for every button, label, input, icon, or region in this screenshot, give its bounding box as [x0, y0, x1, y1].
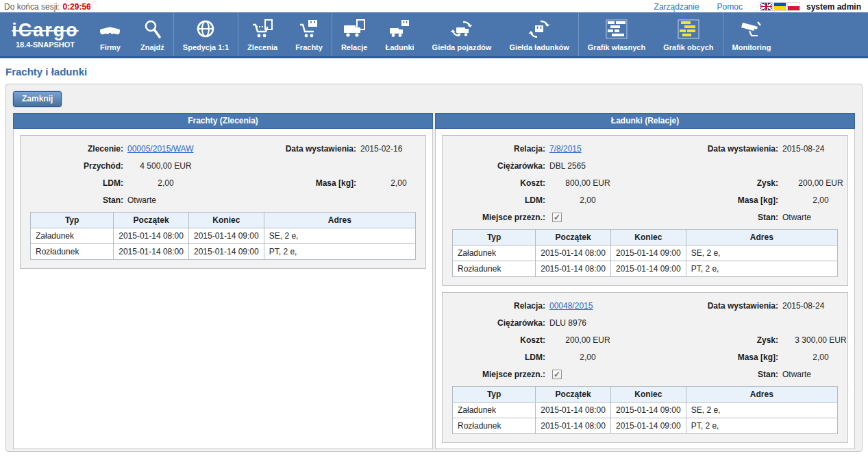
manage-link[interactable]: Zarządzanie: [654, 2, 699, 12]
nav-label: Frachty: [295, 43, 323, 51]
nav-item-frachty[interactable]: Frachty: [286, 12, 332, 56]
nav-label: Relacje: [341, 43, 368, 51]
nav-label: Znajdź: [140, 43, 164, 51]
cart-box-icon: [298, 19, 320, 40]
loads-exchange-icon: [527, 19, 551, 40]
issue-date-label: Data wystawienia:: [245, 144, 360, 154]
table-header-row: Typ Początek Koniec Adres: [31, 213, 416, 228]
close-button[interactable]: Zamknij: [13, 91, 62, 107]
cell-typ: Załadunek: [31, 228, 114, 244]
nav-label: Zlecenia: [247, 43, 277, 51]
col-adres: Adres: [686, 230, 837, 246]
nav-item-grafik-wlasnych[interactable]: Grafik własnych: [578, 12, 654, 56]
table-header-row: Typ Początek Koniec Adres: [453, 387, 838, 403]
state-value: Otwarte: [782, 213, 855, 222]
nav-label: Grafik własnych: [588, 43, 645, 51]
load-card: Relacja: 00048/2015 Data wystawienia: 20…: [442, 292, 848, 443]
state-value: Otwarte: [782, 370, 855, 379]
handshake-icon: [98, 21, 123, 40]
col-typ: Typ: [453, 230, 536, 246]
col-typ: Typ: [31, 213, 114, 228]
truck-box-icon: [388, 19, 412, 40]
language-switcher: [760, 3, 799, 10]
profit-value: 3 300,00 EUR: [782, 335, 855, 345]
mass-label: Masa [kg]:: [245, 178, 360, 188]
nav-label: Ładunki: [385, 43, 414, 51]
cost-label: Koszt:: [452, 178, 549, 188]
cell-adres: PT, 2 e,: [264, 244, 415, 260]
cost-value: 200,00 EUR: [549, 335, 626, 345]
nav-item-ladunki[interactable]: Ładunki: [376, 12, 423, 56]
truck-value: DLU 8976: [549, 318, 667, 328]
cell-koniec: 2015-01-14 09:00: [188, 228, 264, 244]
ldm-label: LDM:: [452, 352, 549, 362]
col-typ: Typ: [453, 387, 536, 403]
session-countdown: Do końca sesji:0:29:56: [4, 2, 91, 12]
truck-label: Ciężarówka:: [452, 318, 549, 328]
help-link[interactable]: Pomoc: [717, 2, 743, 12]
magnifier-icon: [142, 19, 162, 40]
cell-poczatek: 2015-01-14 08:00: [536, 246, 611, 261]
app-version: 18.4-SNAPSHOT: [16, 40, 75, 49]
load-card: Relacja: 7/8/2015 Data wystawienia: 2015…: [442, 135, 848, 286]
profit-value: 200,00 EUR: [782, 178, 855, 188]
truck-document-icon: [343, 19, 366, 40]
nav-label: Monitoring: [732, 43, 771, 51]
session-label: Do końca sesji:: [4, 2, 60, 12]
issue-date-label: Data wystawienia:: [667, 301, 782, 311]
relation-label: Relacja:: [452, 144, 549, 154]
destination-checkbox[interactable]: [552, 370, 562, 379]
top-bar: Do końca sesji:0:29:56 Zarządzanie Pomoc…: [0, 0, 868, 12]
col-adres: Adres: [686, 387, 837, 403]
polish-flag-icon[interactable]: [788, 3, 799, 10]
table-header-row: Typ Początek Koniec Adres: [453, 230, 838, 246]
vehicles-exchange-icon: [449, 19, 474, 40]
ukrainian-flag-icon[interactable]: [774, 3, 786, 10]
income-value: 4 500,00 EUR: [127, 161, 204, 171]
nav-item-spedycja[interactable]: Spedycja 1:1: [173, 12, 238, 56]
nav-item-monitoring[interactable]: Monitoring: [723, 12, 780, 56]
main-navigation: iCargo 18.4-SNAPSHOT Firmy Znajdź Spedyc…: [0, 12, 868, 58]
nav-item-znajdz[interactable]: Znajdź: [132, 12, 173, 56]
table-row: Załadunek 2015-01-14 08:00 2015-01-14 09…: [453, 246, 838, 261]
relation-link[interactable]: 7/8/2015: [549, 144, 582, 154]
page-title: Frachty i ładunki: [5, 66, 868, 77]
profit-label: Zysk:: [667, 335, 782, 345]
globe-icon: [195, 19, 216, 40]
nav-label: Giełda ładunków: [509, 43, 569, 51]
cell-adres: PT, 2 e,: [686, 261, 837, 277]
freights-panel-title: Frachty (Zlecenia): [13, 113, 433, 129]
load-stops-table: Typ Początek Koniec Adres Załadunek 2015…: [452, 386, 838, 434]
nav-item-relacje[interactable]: Relacje: [332, 12, 377, 56]
state-label: Stan:: [667, 213, 782, 222]
destination-label: Miejsce przezn.:: [452, 213, 549, 222]
destination-label: Miejsce przezn.:: [452, 370, 549, 379]
english-flag-icon[interactable]: [760, 3, 772, 10]
nav-item-zlecenia[interactable]: Zlecenia: [238, 12, 286, 56]
state-label: Stan:: [30, 195, 127, 205]
loads-panel: Ładunki (Relacje) Relacja: 7/8/2015 Data…: [435, 113, 855, 449]
app-logo[interactable]: iCargo 18.4-SNAPSHOT: [1, 12, 89, 56]
mass-label: Masa [kg]:: [667, 195, 782, 205]
relation-link[interactable]: 00048/2015: [549, 301, 593, 311]
cost-label: Koszt:: [452, 335, 549, 345]
cell-adres: SE, 2 e,: [686, 246, 837, 261]
order-link[interactable]: 00005/2015/WAW: [127, 144, 194, 154]
freight-stops-table: Typ Początek Koniec Adres Załadunek 2015…: [30, 212, 416, 260]
session-timer: 0:29:56: [62, 2, 90, 12]
cart-document-icon: [251, 19, 273, 40]
cell-koniec: 2015-01-14 09:00: [610, 261, 686, 277]
nav-item-gielda-pojazdow[interactable]: Giełda pojazdów: [423, 12, 501, 56]
cell-koniec: 2015-01-14 09:00: [188, 244, 264, 260]
ldm-value: 2,00: [127, 178, 204, 188]
nav-item-firmy[interactable]: Firmy: [89, 12, 132, 56]
mass-value: 2,00: [360, 178, 433, 188]
destination-checkbox[interactable]: [552, 213, 562, 222]
nav-item-grafik-obcych[interactable]: Grafik obcych: [654, 12, 722, 56]
nav-label: Firmy: [100, 43, 121, 51]
ldm-value: 2,00: [549, 195, 626, 205]
cell-adres: PT, 2 e,: [686, 418, 837, 434]
truck-value: DBL 2565: [549, 161, 667, 171]
col-poczatek: Początek: [536, 230, 611, 246]
nav-item-gielda-ladunkow[interactable]: Giełda ładunków: [500, 12, 578, 56]
